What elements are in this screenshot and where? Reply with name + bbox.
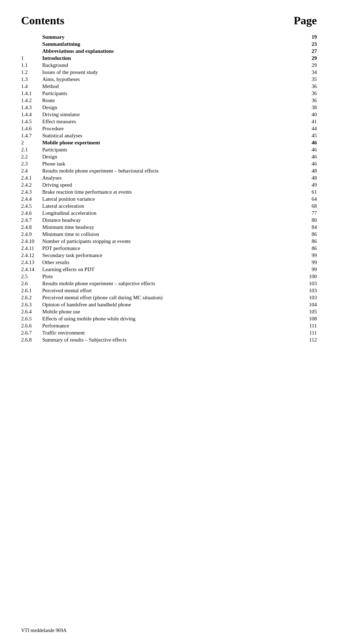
toc-row: 1.2Issues of the present study34 bbox=[21, 69, 317, 76]
toc-page: 105 bbox=[296, 308, 317, 315]
toc-label: Plots bbox=[42, 273, 296, 280]
toc-num: 2.4.11 bbox=[21, 245, 42, 252]
toc-page: 103 bbox=[296, 280, 317, 287]
toc-row: 2.4.8Minimum time headway84 bbox=[21, 224, 317, 231]
toc-page: 36 bbox=[296, 83, 317, 90]
toc-page: 100 bbox=[296, 273, 317, 280]
toc-page: 64 bbox=[296, 195, 317, 202]
toc-num: 2.6.3 bbox=[21, 301, 42, 308]
toc-row: 2.4.6Longitudinal acceleration77 bbox=[21, 210, 317, 217]
toc-row: 2.6.4Mobile phone use105 bbox=[21, 308, 317, 315]
toc-label: Summary of results – Subjective effects bbox=[42, 336, 296, 343]
toc-num: 2.4.6 bbox=[21, 210, 42, 217]
toc-label: Aims, hypotheses bbox=[42, 76, 296, 83]
toc-row: 1.3Aims, hypotheses35 bbox=[21, 76, 317, 83]
toc-row: 1.4.3Design38 bbox=[21, 104, 317, 111]
toc-page: 19 bbox=[296, 33, 317, 40]
toc-num: 2.1 bbox=[21, 146, 42, 153]
page-label: Page bbox=[294, 14, 317, 27]
toc-row: 2.4.12Secondary task performance99 bbox=[21, 252, 317, 259]
toc-row: 2.4.5Lateral acceleration68 bbox=[21, 202, 317, 210]
toc-page: 29 bbox=[296, 55, 317, 62]
toc-page: 108 bbox=[296, 315, 317, 322]
toc-num: 2.6.5 bbox=[21, 315, 42, 322]
toc-num: 2.3 bbox=[21, 160, 42, 167]
toc-page: 38 bbox=[296, 104, 317, 111]
toc-label: Lateral position variance bbox=[42, 195, 296, 202]
toc-label: Effects of using mobile phone while driv… bbox=[42, 315, 296, 322]
toc-label: Distance headway bbox=[42, 217, 296, 224]
toc-label: Route bbox=[42, 97, 296, 104]
toc-page: 36 bbox=[296, 90, 317, 97]
toc-label: Secondary task performance bbox=[42, 252, 296, 259]
toc-label: Procedure bbox=[42, 125, 296, 132]
toc-row: 2.4.10Number of participants stopping at… bbox=[21, 238, 317, 245]
toc-page: 46 bbox=[296, 160, 317, 167]
toc-page: 103 bbox=[296, 294, 317, 301]
toc-page: 40 bbox=[296, 111, 317, 118]
toc-page: 104 bbox=[296, 301, 317, 308]
toc-label: Participants bbox=[42, 90, 296, 97]
toc-num: 2.2 bbox=[21, 153, 42, 160]
toc-row: 2.4.13Other results99 bbox=[21, 259, 317, 266]
toc-label: Brake reaction time performance at event… bbox=[42, 188, 296, 195]
toc-num bbox=[21, 40, 42, 48]
toc-label: Perceived mental effort (phone call duri… bbox=[42, 294, 296, 301]
toc-page: 86 bbox=[296, 238, 317, 245]
toc-label: Statistical analyses bbox=[42, 132, 296, 139]
toc-num: 2.4.7 bbox=[21, 217, 42, 224]
toc-row: 2.4.7Distance headway80 bbox=[21, 217, 317, 224]
toc-row: 2.6.7Traffic environment111 bbox=[21, 329, 317, 336]
toc-page: 61 bbox=[296, 188, 317, 195]
toc-num: 2.4.3 bbox=[21, 188, 42, 195]
toc-label: Introduction bbox=[42, 55, 296, 62]
footer: VTI meddelande 969A bbox=[21, 628, 67, 633]
toc-row: Summary19 bbox=[21, 33, 317, 40]
toc-page: 111 bbox=[296, 322, 317, 329]
toc-num: 2.4.8 bbox=[21, 224, 42, 231]
toc-label: Minimum time to collision bbox=[42, 231, 296, 238]
toc-label: Issues of the present study bbox=[42, 69, 296, 76]
toc-label: Other results bbox=[42, 259, 296, 266]
toc-num: 1.3 bbox=[21, 76, 42, 83]
toc-label: Abbreviations and explanations bbox=[42, 48, 296, 55]
toc-label: Opinion of handsfree and handheld phone bbox=[42, 301, 296, 308]
toc-num: 1.4.1 bbox=[21, 90, 42, 97]
toc-row: 1.4.6Procedure44 bbox=[21, 125, 317, 132]
toc-num: 1.4.3 bbox=[21, 104, 42, 111]
toc-page: 84 bbox=[296, 224, 317, 231]
toc-page: 27 bbox=[296, 48, 317, 55]
toc-num: 1.4 bbox=[21, 83, 42, 90]
toc-label: Traffic environment bbox=[42, 329, 296, 336]
toc-label: Driving speed bbox=[42, 181, 296, 188]
toc-page: 44 bbox=[296, 125, 317, 132]
toc-row: 2.4.3Brake reaction time performance at … bbox=[21, 188, 317, 195]
toc-page: 36 bbox=[296, 97, 317, 104]
toc-num: 2 bbox=[21, 139, 42, 146]
toc-num: 1.4.5 bbox=[21, 118, 42, 125]
toc-row: 2.4Results mobile phone experiment – beh… bbox=[21, 167, 317, 174]
toc-num: 2.6.1 bbox=[21, 287, 42, 294]
toc-row: 2.1Participants46 bbox=[21, 146, 317, 153]
toc-label: Design bbox=[42, 153, 296, 160]
toc-row: 2.3Phone task46 bbox=[21, 160, 317, 167]
toc-label: Sammanfattning bbox=[42, 40, 296, 48]
toc-num: 2.4.14 bbox=[21, 266, 42, 273]
toc-row: Sammanfattning23 bbox=[21, 40, 317, 48]
toc-label: Mobile phone use bbox=[42, 308, 296, 315]
toc-label: Participants bbox=[42, 146, 296, 153]
toc-row: 2.4.1Analyses48 bbox=[21, 174, 317, 181]
toc-page: 111 bbox=[296, 329, 317, 336]
toc-page: 45 bbox=[296, 132, 317, 139]
footer-text: VTI meddelande 969A bbox=[21, 628, 67, 633]
toc-num: 2.4.5 bbox=[21, 202, 42, 210]
toc-page: 48 bbox=[296, 167, 317, 174]
toc-label: Background bbox=[42, 62, 296, 69]
toc-row: 1.4.1Participants36 bbox=[21, 90, 317, 97]
toc-num: 2.6.8 bbox=[21, 336, 42, 343]
toc-num: 2.6.6 bbox=[21, 322, 42, 329]
toc-row: 2.4.9Minimum time to collision86 bbox=[21, 231, 317, 238]
toc-label: Learning effects on PDT bbox=[42, 266, 296, 273]
toc-page: 99 bbox=[296, 259, 317, 266]
toc-page: 41 bbox=[296, 118, 317, 125]
